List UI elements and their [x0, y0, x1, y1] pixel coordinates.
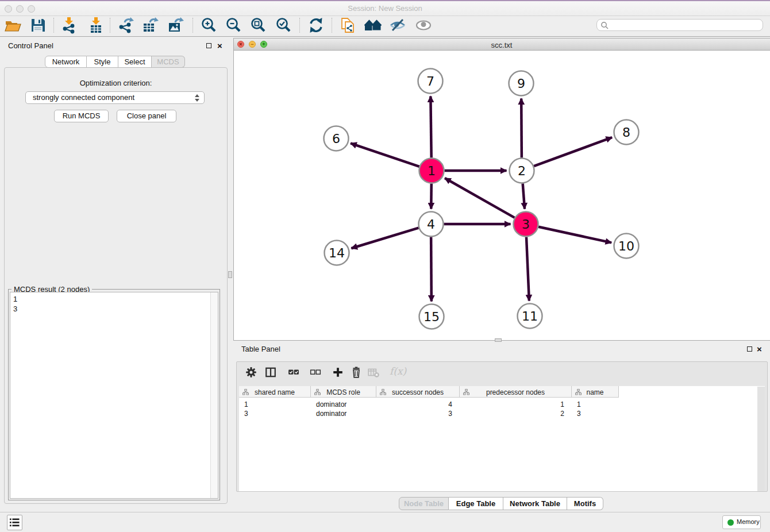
edge-4-14[interactable] — [351, 228, 418, 249]
add-column-icon[interactable] — [332, 367, 344, 378]
import-network-icon[interactable] — [60, 17, 78, 34]
select-up-arrow-icon — [195, 94, 199, 97]
memory-button[interactable]: Memory — [722, 515, 761, 529]
table-panel-title: Table Panel — [241, 345, 280, 353]
search-icon — [600, 21, 609, 30]
toolbar-separator — [299, 18, 300, 33]
column-header-MCDS-role[interactable]: MCDS role — [311, 386, 376, 398]
graph-node-label-8: 8 — [622, 125, 630, 140]
edge-3-10[interactable] — [538, 227, 611, 243]
zoom-fit-icon[interactable] — [249, 17, 267, 34]
table-cell[interactable]: 1 — [460, 400, 572, 409]
edge-1-6[interactable] — [351, 143, 419, 166]
export-table-icon[interactable] — [142, 17, 159, 34]
table-cell[interactable]: 3 — [376, 409, 460, 418]
graph-node-label-2: 2 — [518, 164, 526, 178]
toolbar-separator — [110, 18, 110, 33]
edge-2-3[interactable] — [523, 183, 525, 209]
table-panel-close-button[interactable]: × — [757, 346, 762, 353]
optimization-criterion-label: Optimization criterion: — [5, 79, 227, 87]
refresh-icon[interactable] — [307, 17, 325, 34]
show-graphics-icon[interactable] — [415, 17, 432, 34]
delete-column-icon[interactable] — [351, 367, 362, 378]
toolbar-separator — [192, 18, 193, 33]
network-window-title: scc.txt — [233, 41, 770, 49]
edge-3-1[interactable] — [445, 178, 514, 218]
table-cell[interactable]: 1 — [239, 400, 311, 409]
zoom-in-icon[interactable] — [200, 17, 217, 34]
table-cell[interactable]: 3 — [239, 409, 311, 418]
export-image-icon[interactable] — [167, 17, 184, 34]
table-cell[interactable]: 1 — [572, 400, 619, 409]
graph-node-label-14: 14 — [329, 246, 345, 260]
mcds-result-scrollbar[interactable] — [210, 292, 218, 498]
delete-table-icon[interactable] — [368, 367, 379, 378]
table-settings-gear-icon[interactable] — [245, 367, 257, 378]
zoom-selected-icon[interactable] — [275, 17, 292, 34]
function-builder-button[interactable]: f(x) — [390, 365, 406, 377]
home-icon[interactable] — [364, 17, 382, 34]
control-tab-style[interactable]: Style — [87, 56, 118, 68]
control-tab-network[interactable]: Network — [45, 56, 87, 68]
run-mcds-button[interactable]: Run MCDS — [54, 110, 109, 122]
control-tab-select[interactable]: Select — [118, 56, 152, 68]
control-panel-float-button[interactable] — [206, 43, 211, 48]
table-scrollbar[interactable] — [757, 387, 765, 491]
open-file-icon[interactable] — [4, 17, 21, 34]
table-cell[interactable]: dominator — [311, 409, 376, 418]
table-tab-edge-table[interactable]: Edge Table — [449, 497, 503, 510]
graph-node-label-1: 1 — [428, 164, 436, 178]
import-table-icon[interactable] — [87, 17, 105, 34]
table-cell[interactable]: 4 — [376, 400, 460, 409]
control-tab-mcds[interactable]: MCDS — [152, 56, 185, 68]
mcds-result-item[interactable]: 3 — [13, 304, 218, 314]
window-title: Session: New Session — [0, 4, 770, 13]
zoom-out-icon[interactable] — [225, 17, 242, 34]
table-tab-network-table[interactable]: Network Table — [503, 497, 567, 510]
export-network-icon[interactable] — [117, 17, 134, 34]
column-header-name[interactable]: name — [572, 386, 619, 398]
optimization-criterion-select[interactable]: strongly connected component — [25, 91, 205, 104]
task-list-icon — [7, 515, 22, 530]
graph-node-label-10: 10 — [618, 239, 634, 253]
table-cell[interactable]: 3 — [572, 409, 619, 418]
graph-node-label-7: 7 — [426, 74, 434, 88]
search-input[interactable] — [596, 19, 763, 31]
graph-node-label-11: 11 — [522, 309, 538, 323]
control-panel-title: Control Panel — [8, 41, 53, 50]
network-graph[interactable]: 1234678910111415 — [234, 51, 770, 340]
mcds-result-item[interactable]: 1 — [13, 294, 218, 304]
table-tab-node-table[interactable]: Node Table — [399, 497, 449, 510]
edge-2-9[interactable] — [521, 98, 522, 157]
show-columns-icon[interactable] — [265, 367, 276, 378]
task-history-button[interactable] — [7, 515, 22, 530]
table-cell[interactable]: dominator — [311, 400, 376, 409]
column-header-predecessor-nodes[interactable]: predecessor nodes — [460, 386, 572, 398]
hide-graphics-icon[interactable] — [389, 17, 406, 34]
clone-network-icon[interactable] — [339, 17, 356, 34]
column-header-shared-name[interactable]: shared name — [239, 386, 311, 398]
edge-1-7[interactable] — [430, 96, 431, 157]
table-tab-motifs[interactable]: Motifs — [567, 497, 603, 510]
mcds-result-list[interactable]: 13 — [10, 292, 218, 499]
toolbar-separator — [53, 18, 54, 33]
close-panel-button[interactable]: Close panel — [117, 110, 176, 122]
vertical-splitter-handle[interactable] — [228, 271, 232, 278]
edge-2-8[interactable] — [534, 137, 612, 166]
select-all-icon[interactable] — [288, 367, 299, 378]
select-down-arrow-icon — [195, 99, 199, 102]
table-panel-float-button[interactable] — [747, 346, 752, 352]
memory-button-label: Memory — [737, 518, 760, 525]
save-session-icon[interactable] — [29, 17, 47, 34]
memory-status-dot — [727, 519, 734, 526]
toolbar-separator — [332, 18, 332, 33]
edge-4-15[interactable] — [431, 237, 432, 301]
column-header-successor-nodes[interactable]: successor nodes — [376, 386, 460, 398]
control-panel-close-button[interactable]: × — [217, 43, 222, 49]
deselect-all-icon[interactable] — [310, 367, 321, 378]
graph-node-label-6: 6 — [332, 132, 340, 146]
edge-3-11[interactable] — [526, 237, 529, 300]
horizontal-splitter-handle[interactable] — [495, 338, 502, 342]
table-cell[interactable]: 2 — [460, 409, 572, 418]
graph-node-label-3: 3 — [522, 217, 530, 232]
